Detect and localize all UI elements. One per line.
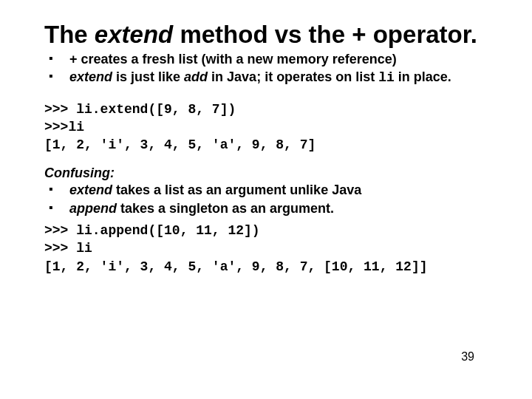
title-mid: method vs the bbox=[173, 21, 352, 48]
confusing-section: Confusing: extend takes a list as an arg… bbox=[44, 166, 495, 217]
bullet-3-rest: takes a list as an argument unlike Java bbox=[112, 183, 361, 197]
page-number: 39 bbox=[461, 350, 474, 364]
bullet-3: extend takes a list as an argument unlik… bbox=[44, 181, 495, 199]
bullet-2-extend: extend bbox=[69, 69, 112, 84]
title-plus: + bbox=[352, 21, 366, 48]
bullet-2-t1: is just like bbox=[112, 69, 184, 84]
bullet-1-text: creates a fresh list (with a new memory … bbox=[78, 52, 397, 66]
bullet-2-li: li bbox=[378, 70, 395, 85]
bullet-1-plus: + bbox=[69, 52, 78, 66]
bullet-2-t2: in Java; it operates on list bbox=[211, 69, 378, 84]
confusing-heading: Confusing: bbox=[44, 166, 495, 181]
code-block-1: >>> li.extend([9, 8, 7]) >>>li [1, 2, 'i… bbox=[44, 100, 495, 154]
title-post: operator. bbox=[366, 21, 477, 48]
code-block-2: >>> li.append([10, 11, 12]) >>> li [1, 2… bbox=[44, 222, 495, 276]
bullet-4-rest: takes a singleton as an argument. bbox=[117, 201, 334, 216]
bullet-2: extend is just like add in Java; it oper… bbox=[44, 68, 495, 86]
bullet-3-extend: extend bbox=[69, 183, 112, 197]
bullet-4-append: append bbox=[69, 201, 117, 216]
bullet-1: + creates a fresh list (with a new memor… bbox=[44, 50, 495, 68]
bullet-2-add: add bbox=[184, 69, 211, 84]
bullet-2-t3: in place. bbox=[395, 69, 451, 84]
bullet-4: append takes a singleton as an argument. bbox=[44, 200, 495, 217]
title-pre: The bbox=[44, 21, 95, 48]
bullet-list-1: + creates a fresh list (with a new memor… bbox=[44, 50, 495, 87]
bullet-list-2: extend takes a list as an argument unlik… bbox=[44, 181, 495, 217]
slide-title: The extend method vs the + operator. bbox=[44, 21, 495, 49]
title-extend: extend bbox=[95, 21, 173, 48]
